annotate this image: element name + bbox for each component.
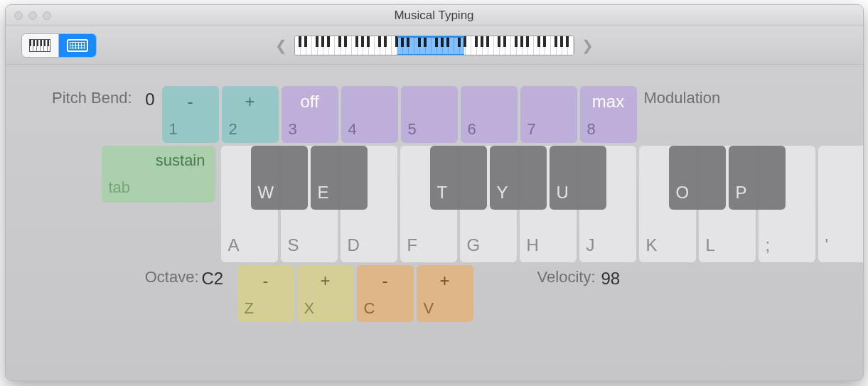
range-highlight[interactable] [397, 36, 464, 55]
velocity-label: Velocity: [502, 265, 596, 285]
octave-value: C2 [202, 265, 235, 289]
black-key-e[interactable]: E [311, 146, 368, 210]
window-title: Musical Typing [6, 5, 863, 26]
black-key-y[interactable]: Y [490, 146, 547, 210]
sustain-key[interactable]: sustain tab [102, 146, 215, 203]
window-controls [14, 11, 51, 20]
key-x[interactable]: + X [297, 265, 354, 322]
mode-segmented-control[interactable] [21, 33, 97, 58]
musical-typing-window: Musical Typing ❮ ❯ Pitch Bend: 0 - [5, 4, 864, 381]
black-key-o[interactable]: O [669, 146, 726, 210]
key-6[interactable]: 6 [461, 86, 518, 143]
black-key-t[interactable]: T [430, 146, 487, 210]
piano-icon [29, 39, 50, 52]
key-v[interactable]: + V [417, 265, 473, 322]
sustain-key-label: tab [109, 178, 131, 197]
black-key-u[interactable]: U [550, 146, 606, 210]
black-key-w[interactable]: W [251, 146, 308, 210]
key-8[interactable]: max 8 [580, 86, 637, 143]
chevron-left-icon[interactable]: ❮ [275, 37, 287, 54]
modulation-label: Modulation [644, 86, 721, 106]
key-5[interactable]: 5 [401, 86, 458, 143]
chevron-right-icon[interactable]: ❯ [582, 37, 594, 54]
number-key-row: - 1 + 2 off 3 4 5 6 [162, 86, 637, 143]
key-c[interactable]: - C [357, 265, 414, 322]
titlebar: Musical Typing [6, 5, 863, 26]
velocity-value: 98 [601, 265, 634, 289]
toolbar: ❮ ❯ [6, 26, 863, 65]
key-2[interactable]: + 2 [222, 86, 279, 143]
mode-piano-button[interactable] [22, 34, 59, 57]
keyboard-range-strip: ❮ ❯ [275, 36, 594, 55]
sustain-label: sustain [156, 151, 205, 170]
piano-range-strip[interactable] [294, 36, 574, 55]
mode-keyboard-button[interactable] [59, 34, 96, 57]
piano-keyboard: A S D F G H J K L ; ' WETYUOP [221, 146, 864, 262]
key-4[interactable]: 4 [341, 86, 398, 143]
white-key-quote[interactable]: ' [818, 146, 864, 262]
octave-label: Octave: [132, 265, 199, 285]
close-icon[interactable] [14, 11, 23, 20]
keyboard-icon [67, 39, 88, 52]
key-z[interactable]: - Z [237, 265, 294, 322]
black-key-p[interactable]: P [729, 146, 786, 210]
pitch-bend-label: Pitch Bend: [30, 86, 132, 106]
key-1[interactable]: - 1 [162, 86, 219, 143]
pitch-bend-value: 0 [132, 86, 155, 109]
key-7[interactable]: 7 [520, 86, 577, 143]
zoom-icon[interactable] [43, 11, 51, 20]
key-3[interactable]: off 3 [282, 86, 338, 143]
minimize-icon[interactable] [28, 11, 37, 20]
